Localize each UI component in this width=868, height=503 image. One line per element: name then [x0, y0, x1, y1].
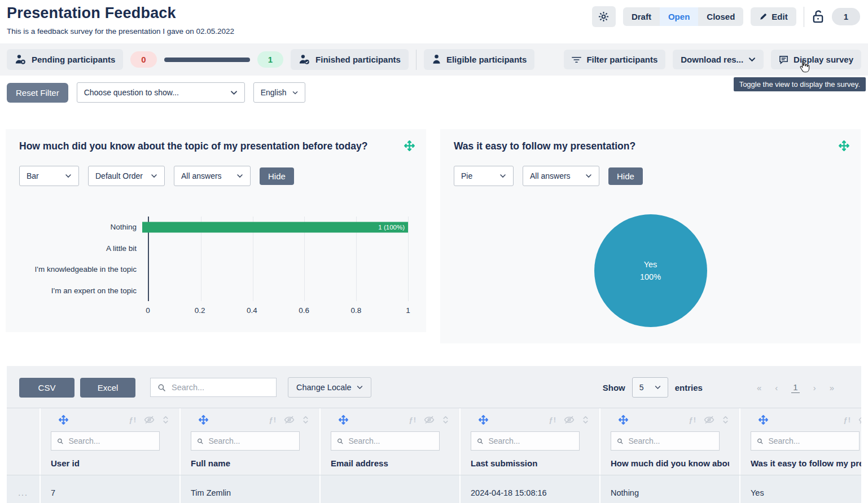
pagination-next[interactable]: ›	[813, 383, 816, 392]
move-column-icon[interactable]	[619, 415, 628, 425]
pagination-page-1[interactable]: 1	[791, 382, 799, 393]
filter-participants-label: Filter participants	[586, 55, 657, 64]
export-csv-button[interactable]: CSV	[19, 378, 74, 398]
finished-participants-button[interactable]: Finished participants	[291, 49, 409, 70]
filter-participants-button[interactable]: Filter participants	[564, 50, 665, 69]
x-axis-tick: 0.8	[350, 306, 361, 315]
table-header-row: ƒ! User id ƒ!	[7, 408, 861, 475]
results-panel: CSV Excel Change Locale Show 5 entries «…	[7, 366, 861, 503]
pagination-prev[interactable]: ‹	[775, 383, 778, 392]
hide-column-icon[interactable]	[424, 416, 435, 424]
bar-segment: 1 (100%)	[142, 222, 408, 232]
clear-sort-icon[interactable]: ƒ!	[269, 416, 277, 424]
download-results-button[interactable]: Download res...	[673, 50, 764, 69]
global-search-input[interactable]	[172, 383, 269, 392]
column-header-full-name: ƒ! Full name	[179, 408, 319, 475]
eligible-participants-button[interactable]: Eligible participants	[424, 49, 535, 70]
row-expander[interactable]: ...	[7, 475, 40, 503]
hide-column-icon[interactable]	[564, 416, 575, 424]
language-select[interactable]: English	[253, 82, 305, 103]
reset-filter-button[interactable]: Reset Filter	[7, 83, 68, 103]
column-title[interactable]: Was it easy to follow my presentation?	[751, 458, 861, 468]
move-column-icon[interactable]	[199, 415, 208, 425]
question-select[interactable]: Choose question to show...	[77, 82, 245, 103]
pending-participants-label: Pending participants	[32, 55, 115, 64]
column-title[interactable]: Email address	[331, 458, 449, 468]
sort-column-icon[interactable]	[722, 415, 729, 425]
column-search	[471, 431, 580, 451]
hide-column-icon[interactable]	[284, 416, 295, 424]
gear-icon	[598, 11, 609, 22]
hide-column-icon[interactable]	[858, 416, 861, 424]
chart-type-value: Bar	[27, 171, 39, 180]
hide-chart-button[interactable]: Hide	[608, 167, 643, 185]
column-search-input[interactable]	[68, 436, 154, 445]
table-row[interactable]: ... 7 Tim Zemlin 2024-04-18 15:08:16 Not…	[7, 475, 861, 503]
pagination-last[interactable]: »	[830, 383, 834, 392]
column-search-input[interactable]	[768, 436, 853, 445]
person-x-icon	[15, 54, 27, 65]
hide-column-icon[interactable]	[144, 416, 155, 424]
chart-type-select[interactable]: Pie	[454, 166, 514, 186]
column-search-input[interactable]	[488, 436, 573, 445]
clear-sort-icon[interactable]: ƒ!	[689, 416, 696, 424]
pending-participants-button[interactable]: Pending participants	[7, 49, 123, 70]
x-axis-tick: 1	[406, 306, 410, 315]
pie-chart-title: Was it easy to follow my presentation?	[454, 140, 847, 152]
move-column-icon[interactable]	[339, 415, 348, 425]
status-open[interactable]: Open	[660, 7, 698, 26]
unlock-icon	[812, 10, 825, 24]
pagination-first[interactable]: «	[757, 383, 761, 392]
sort-column-icon[interactable]	[302, 415, 309, 425]
expander-header-cell	[7, 408, 40, 475]
column-title[interactable]: How much did you know about the topic of…	[611, 458, 729, 468]
answers-filter-select[interactable]: All answers	[174, 166, 251, 186]
move-column-icon[interactable]	[479, 415, 488, 425]
display-survey-button[interactable]: Display survey	[771, 50, 861, 69]
move-column-icon[interactable]	[59, 415, 68, 425]
move-column-icon[interactable]	[759, 415, 768, 425]
display-survey-tooltip: Toggle the view to display the survey.	[734, 77, 866, 91]
column-search	[611, 431, 720, 451]
mouse-cursor-icon	[798, 60, 810, 73]
column-title[interactable]: Last submission	[471, 458, 589, 468]
x-axis-tick: 0.4	[247, 306, 257, 315]
column-header-email: ƒ! Email address	[319, 408, 459, 475]
participants-progress-bar	[164, 58, 250, 62]
change-locale-button[interactable]: Change Locale	[288, 377, 371, 398]
move-card-icon[interactable]	[404, 140, 415, 151]
page-size-select[interactable]: 5	[632, 377, 668, 398]
column-search-input[interactable]	[208, 436, 293, 445]
status-draft[interactable]: Draft	[623, 7, 660, 26]
column-search-input[interactable]	[348, 436, 433, 445]
edit-button[interactable]: Edit	[751, 7, 796, 26]
answers-filter-value: All answers	[530, 171, 571, 180]
hide-column-icon[interactable]	[704, 416, 714, 424]
sort-column-icon[interactable]	[582, 415, 589, 425]
chart-type-select[interactable]: Bar	[19, 166, 79, 186]
global-search	[150, 378, 277, 397]
sort-order-select[interactable]: Default Order	[88, 166, 165, 186]
pencil-icon	[759, 12, 768, 21]
export-excel-button[interactable]: Excel	[80, 378, 135, 398]
clear-sort-icon[interactable]: ƒ!	[549, 416, 556, 424]
column-title[interactable]: User id	[51, 458, 169, 468]
clear-sort-icon[interactable]: ƒ!	[843, 416, 851, 424]
column-header-question-2: ƒ! Was it easy to follow my presentation…	[739, 408, 861, 475]
status-closed[interactable]: Closed	[698, 7, 743, 26]
column-header-question-1: ƒ! How much did you know about the topic…	[599, 408, 739, 475]
column-title[interactable]: Full name	[191, 458, 309, 468]
page-header: Presentation Feedback This is a feedback…	[0, 0, 868, 36]
move-card-icon[interactable]	[839, 140, 849, 151]
sort-column-icon[interactable]	[442, 415, 449, 425]
download-results-label: Download res...	[681, 55, 743, 64]
hide-chart-button[interactable]: Hide	[260, 167, 294, 185]
settings-button[interactable]	[592, 6, 616, 27]
column-search-input[interactable]	[628, 436, 713, 445]
page-size-value: 5	[639, 383, 644, 392]
answers-filter-select[interactable]: All answers	[523, 166, 599, 186]
status-segmented-control: Draft Open Closed	[623, 7, 743, 26]
clear-sort-icon[interactable]: ƒ!	[129, 416, 137, 424]
clear-sort-icon[interactable]: ƒ!	[409, 416, 417, 424]
sort-column-icon[interactable]	[162, 415, 169, 425]
